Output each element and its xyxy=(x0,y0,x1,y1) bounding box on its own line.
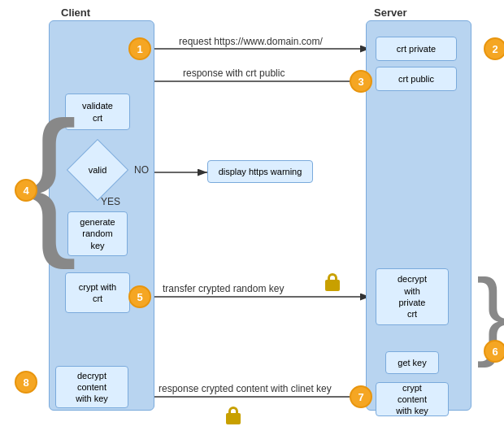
crypt-with-crt-box: crypt withcrt xyxy=(65,272,130,313)
yes-label: YES xyxy=(101,196,120,207)
step-2-circle: 2 xyxy=(484,37,504,60)
brace-4: { xyxy=(23,98,77,260)
decrypt-content-box: decryptcontentwith key xyxy=(55,366,128,408)
no-label: NO xyxy=(134,164,149,176)
lock-icon-1 xyxy=(325,273,340,291)
response-crt-label: response with crt public xyxy=(183,67,285,79)
response-crypted-label: response crypted content with clinet key xyxy=(159,383,332,394)
client-label: Client xyxy=(61,7,90,19)
step-8-circle: 8 xyxy=(15,371,37,394)
valid-label: valid xyxy=(89,165,107,175)
step-1-circle: 1 xyxy=(128,37,151,60)
request-label: request https://www.domain.com/ xyxy=(179,36,323,47)
display-https-warning-box: display https warning xyxy=(207,160,313,183)
transfer-crypted-label: transfer crypted random key xyxy=(163,283,284,294)
lock-icon-2 xyxy=(226,407,241,424)
step-4-circle: 4 xyxy=(15,179,37,202)
decrypt-private-crt-box: decryptwithprivatecrt xyxy=(376,268,449,325)
crt-public-box: crt public xyxy=(376,67,457,91)
step-7-circle: 7 xyxy=(350,385,372,408)
crt-private-box: crt private xyxy=(376,37,457,61)
step-3-circle: 3 xyxy=(350,70,372,93)
valid-diamond-wrapper: valid xyxy=(76,148,119,192)
step-5-circle: 5 xyxy=(128,285,151,308)
diagram: Client Server validatecrt valid generate… xyxy=(0,0,504,435)
get-key-box: get key xyxy=(385,351,439,374)
server-label: Server xyxy=(374,7,406,19)
step-6-circle: 6 xyxy=(484,340,504,363)
crypt-content-box: cryptcontentwith key xyxy=(376,382,449,416)
